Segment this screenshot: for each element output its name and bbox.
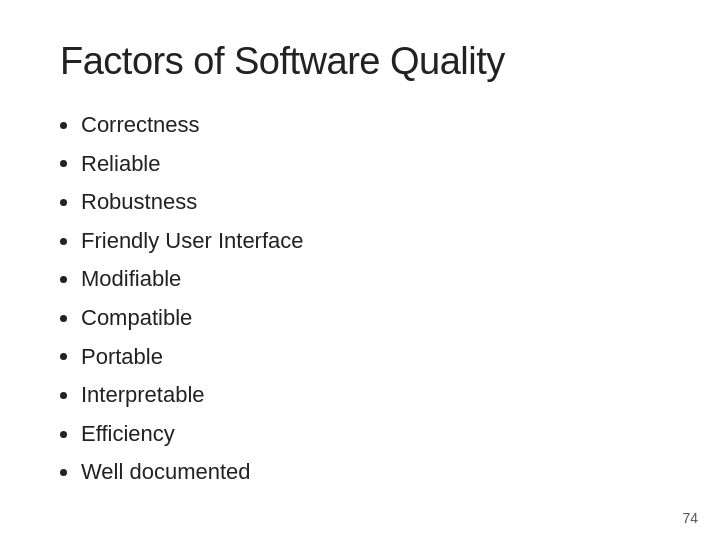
list-item-text: Modifiable (81, 265, 181, 294)
bullet-dot-icon (60, 431, 67, 438)
list-item-text: Friendly User Interface (81, 227, 304, 256)
list-item-text: Well documented (81, 458, 251, 487)
list-item-text: Portable (81, 343, 163, 372)
list-item: Portable (60, 343, 670, 372)
list-item: Efficiency (60, 420, 670, 449)
list-item: Friendly User Interface (60, 227, 670, 256)
list-item: Compatible (60, 304, 670, 333)
slide-title: Factors of Software Quality (60, 40, 670, 83)
bullet-dot-icon (60, 160, 67, 167)
bullet-dot-icon (60, 392, 67, 399)
page-number: 74 (682, 510, 698, 526)
list-item-text: Robustness (81, 188, 197, 217)
slide-container: Factors of Software Quality CorrectnessR… (0, 0, 720, 540)
list-item: Interpretable (60, 381, 670, 410)
list-item-text: Interpretable (81, 381, 205, 410)
list-item: Correctness (60, 111, 670, 140)
bullet-dot-icon (60, 199, 67, 206)
list-item: Modifiable (60, 265, 670, 294)
bullet-dot-icon (60, 122, 67, 129)
list-item: Well documented (60, 458, 670, 487)
bullet-list: CorrectnessReliableRobustnessFriendly Us… (60, 111, 670, 510)
list-item-text: Efficiency (81, 420, 175, 449)
bullet-dot-icon (60, 238, 67, 245)
bullet-dot-icon (60, 315, 67, 322)
list-item: Robustness (60, 188, 670, 217)
bullet-dot-icon (60, 353, 67, 360)
list-item-text: Reliable (81, 150, 161, 179)
bullet-dot-icon (60, 469, 67, 476)
list-item: Reliable (60, 150, 670, 179)
bullet-dot-icon (60, 276, 67, 283)
list-item-text: Correctness (81, 111, 200, 140)
list-item-text: Compatible (81, 304, 192, 333)
